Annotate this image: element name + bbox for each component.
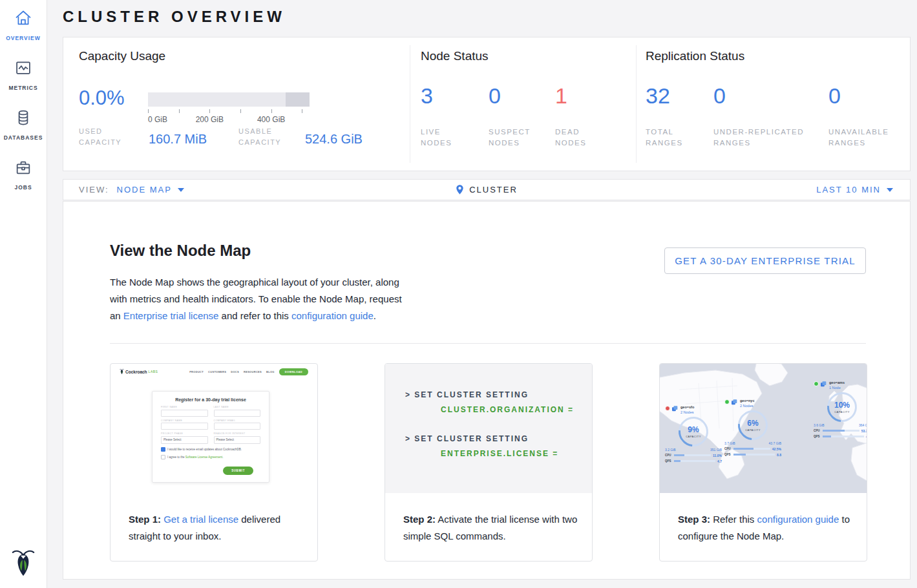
node-status-title: Node Status [421,49,489,63]
mini-company-name-input [161,423,208,430]
mini-reason-select: Please Select [214,436,261,444]
suspect-nodes-label: SUSPECTNODES [489,127,531,149]
step-2-card: > SET CLUSTER SETTING CLUSTER.ORGANIZATI… [385,363,593,562]
unavailable-ranges-label: UNAVAILABLERANGES [828,127,889,149]
briefcase-icon [14,158,32,179]
map-cluster-nyc: geo=nyc2 Nodes 6%CAPACITY 3.7 GiB43.7 Gi… [724,399,781,457]
get-trial-license-link[interactable]: Get a trial license [163,514,238,525]
cluster-overview-page: OVERVIEW METRICS DATABASES JOBS [0,0,917,588]
step-1-card: Cockroach LABS PRODUCT CUSTOMERS DOCS RE… [110,363,318,562]
sidebar-label-overview: OVERVIEW [6,35,41,41]
capacity-bar-track [148,92,310,107]
node-map-thumbnail: geo=sfo2 Nodes 9%CAPACITY 3.2 GiB351 GiB… [660,364,867,493]
mini-submit-button: SUBMIT [223,467,253,475]
live-nodes-value: 3 [421,84,433,107]
suspect-nodes-value: 0 [489,84,501,107]
status-dot-green-icon [724,399,730,404]
page-title: CLUSTER OVERVIEW [63,8,286,26]
live-nodes-label: LIVENODES [421,127,452,149]
sidebar-item-jobs[interactable]: JOBS [0,149,47,199]
sidebar-label-jobs: JOBS [14,184,32,191]
step-3-card: geo=sfo2 Nodes 9%CAPACITY 3.2 GiB351 GiB… [659,363,867,562]
enterprise-trial-license-link[interactable]: Enterprise trial license [123,310,219,321]
mini-company-email-input [214,423,261,430]
map-pin-icon [456,184,464,195]
total-ranges-value: 32 [646,84,670,107]
map-cluster-ams: geo=ams1 Node 10%CAPACITY 3.6 GiB364 GiB… [814,381,867,439]
sidebar-item-databases[interactable]: DATABASES [0,100,47,149]
total-ranges-label: TOTALRANGES [646,127,683,149]
usable-capacity-label: USABLECAPACITY [238,126,281,148]
time-range-selector[interactable]: LAST 10 MIN [816,180,893,200]
cluster-summary-card: Capacity Usage 0.0% 0 GiB 200 GiB 400 Gi… [63,37,911,171]
mini-last-name-input [214,410,261,417]
sidebar-item-metrics[interactable]: METRICS [0,50,47,100]
enterprise-trial-button[interactable]: GET A 30-DAY ENTERPRISE TRIAL [664,247,866,274]
dead-nodes-label: DEADNODES [555,127,586,149]
unavailable-ranges-value: 0 [828,84,841,107]
mini-form-title: Register for a 30-day trial license [153,397,269,402]
metrics-chart-icon [14,59,32,79]
configuration-guide-link-2[interactable]: configuration guide [757,514,839,525]
mini-download-button: DOWNLOAD [279,368,308,375]
sidebar: OVERVIEW METRICS DATABASES JOBS [0,0,47,588]
cockroachlabs-mini-logo: Cockroach LABS [120,368,158,375]
configuration-guide-link[interactable]: configuration guide [291,310,374,321]
step-3-caption: Step 3: Refer this configuration guide t… [678,511,854,545]
node-stack-icon [732,399,738,405]
step-1-caption: Step 1: Get a trial license delivered st… [129,511,304,545]
breadcrumb-cluster[interactable]: CLUSTER [469,185,518,194]
home-icon [14,9,32,30]
usable-capacity-value: 524.6 GiB [305,132,363,147]
under-replicated-ranges-value: 0 [713,84,726,107]
time-range-value[interactable]: LAST 10 MIN [816,185,881,194]
node-map-heading: View the Node Map [110,242,251,260]
node-stack-icon [821,381,827,387]
trial-signup-thumbnail: Cockroach LABS PRODUCT CUSTOMERS DOCS RE… [111,364,317,493]
capacity-used-percent: 0.0% [79,87,125,110]
chevron-down-icon [887,188,893,192]
used-capacity-value: 160.7 MiB [149,132,207,147]
sidebar-label-metrics: METRICS [8,85,37,91]
sidebar-item-overview[interactable]: OVERVIEW [0,0,47,50]
replication-status-title: Replication Status [646,49,744,63]
mini-license-checkbox [161,455,165,459]
capacity-usage-title: Capacity Usage [79,49,165,63]
status-dot-green-icon [814,381,819,386]
capacity-tick-0: 0 GiB [148,115,167,124]
capacity-tick-200: 200 GiB [196,115,224,124]
node-stack-icon [672,405,679,412]
capacity-bar: 0 GiB 200 GiB 400 GiB [148,92,310,131]
under-replicated-ranges-label: UNDER-REPLICATEDRANGES [713,127,804,149]
sql-commands-thumbnail: > SET CLUSTER SETTING CLUSTER.ORGANIZATI… [385,364,592,493]
step-2-caption: Step 2: Activate the trial license with … [403,511,579,545]
section-divider [110,343,866,344]
view-bar: VIEW: NODE MAP CLUSTER LAST 10 MIN [63,179,911,200]
status-dot-red-icon [665,406,670,411]
map-cluster-sfo: geo=sfo2 Nodes 9%CAPACITY 3.2 GiB351 GiB… [665,405,722,463]
cockroach-bug-logo [0,548,47,578]
database-icon [14,109,32,129]
mini-registration-form: Register for a 30-day trial license FIRS… [152,391,269,483]
dead-nodes-value: 1 [555,84,567,107]
capacity-bar-reserved-segment [286,92,310,107]
mini-first-name-input [161,410,208,417]
breadcrumb[interactable]: CLUSTER [63,180,910,200]
node-map-panel: View the Node Map The Node Map shows the… [63,201,911,580]
used-capacity-label: USEDCAPACITY [79,126,121,148]
mini-site-nav: PRODUCT CUSTOMERS DOCS RESOURCES BLOG DO… [189,368,308,375]
node-map-description: The Node Map shows the geographical layo… [110,274,404,324]
mini-updates-checkbox [161,447,165,452]
cockroach-bug-mini-icon [120,368,124,375]
mini-project-phase-select: Please Select [161,436,208,444]
sidebar-label-databases: DATABASES [4,134,43,141]
capacity-tick-400: 400 GiB [257,115,285,124]
